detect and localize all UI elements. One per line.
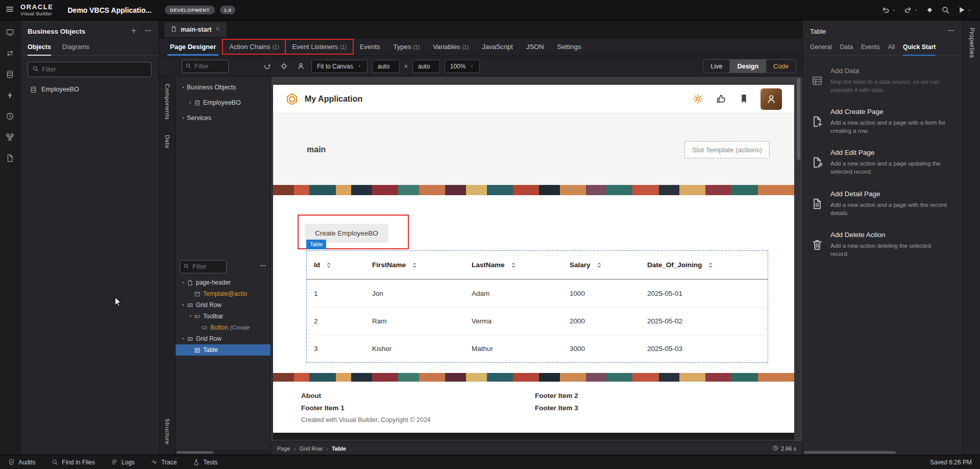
breadcrumb-item-table[interactable]: Table xyxy=(332,445,346,452)
thumbs-up-button[interactable] xyxy=(716,93,726,104)
column-header-salary[interactable]: Salary xyxy=(562,261,640,269)
rail-file-button[interactable] xyxy=(4,151,17,165)
column-header-lastname[interactable]: LastName xyxy=(464,261,562,269)
tab-main-start[interactable]: main-start xyxy=(164,22,227,37)
tree-node-business-objects[interactable]: Business Objects xyxy=(176,80,271,95)
structure-header xyxy=(176,256,271,277)
list-item-employeebo[interactable]: EmployeeBO xyxy=(20,82,159,97)
tab-variables[interactable]: Variables(1) xyxy=(426,38,475,56)
quickstart-add-data[interactable]: Add DataMap the table to a data source, … xyxy=(811,67,955,94)
close-tab-button[interactable] xyxy=(215,26,220,33)
tab-javascript[interactable]: JavaScript xyxy=(475,38,520,56)
mode-code[interactable]: Code xyxy=(766,60,796,73)
tab-page-designer[interactable]: Page Designer xyxy=(163,38,223,56)
quickstart-add-create-page[interactable]: Add Create PageAdd a new action and a pa… xyxy=(811,108,955,135)
properties-horizontal-scrollbar[interactable] xyxy=(803,450,963,455)
tree-node-button[interactable]: Button(Create xyxy=(176,322,271,333)
live-cursor-button[interactable] xyxy=(278,60,290,73)
tab-all[interactable]: All xyxy=(888,40,895,55)
tree-node-table[interactable]: Table xyxy=(176,344,271,356)
canvas-width-field[interactable] xyxy=(378,63,395,70)
rail-lightning-button[interactable] xyxy=(4,88,17,102)
tab-settings[interactable]: Settings xyxy=(551,38,588,56)
refresh-canvas-button[interactable] xyxy=(261,60,273,73)
tab-objects[interactable]: Objects xyxy=(28,40,51,55)
column-header-date-of-joining[interactable]: Date_Of_Joining xyxy=(640,261,768,269)
rail-flow-button[interactable] xyxy=(4,130,17,144)
tree-node-employeebo[interactable]: EmployeeBO xyxy=(176,95,271,110)
tab-general[interactable]: General xyxy=(810,40,832,55)
tab-data[interactable]: Data xyxy=(164,135,170,148)
undo-button[interactable] xyxy=(881,6,896,15)
diamond-button[interactable] xyxy=(925,6,934,14)
tab-structure[interactable]: Structure xyxy=(164,418,170,444)
employee-table[interactable]: IdFirstNameLastNameSalaryDate_Of_Joining… xyxy=(306,250,768,363)
structure-menu-button[interactable] xyxy=(259,262,266,271)
components-filter-input[interactable] xyxy=(194,63,225,70)
redo-button[interactable] xyxy=(903,6,918,15)
canvas-vertical-scrollbar[interactable] xyxy=(796,78,801,440)
statusbar-audits[interactable]: Audits xyxy=(8,459,35,466)
tab-components[interactable]: Components xyxy=(164,84,170,120)
tab-event-listeners[interactable]: Event Listeners(1) xyxy=(285,38,353,56)
rail-swap-button[interactable] xyxy=(4,46,17,60)
avatar[interactable] xyxy=(761,88,782,110)
gear-button[interactable] xyxy=(693,93,703,104)
table-row[interactable]: 2RamVerma20002025-05-02 xyxy=(307,307,768,335)
tree-node-toolbar[interactable]: Toolbar xyxy=(176,311,271,322)
rail-monitor-button[interactable] xyxy=(4,26,17,39)
tree-node-template-actio[interactable]: Template@actio xyxy=(176,288,271,299)
rail-database-button[interactable] xyxy=(4,67,17,81)
tree-node-services[interactable]: Services xyxy=(176,110,271,126)
tab-types[interactable]: Types(1) xyxy=(387,38,427,56)
tab-diagrams[interactable]: Diagrams xyxy=(62,40,90,55)
tree-node-grid-row[interactable]: Grid Row xyxy=(176,299,271,311)
bookmark-button[interactable] xyxy=(739,93,749,104)
fit-to-canvas-dropdown[interactable]: Fit to Canvas xyxy=(311,60,368,73)
mode-live[interactable]: Live xyxy=(703,60,729,73)
search-icon xyxy=(941,6,950,14)
tab-events[interactable]: Events xyxy=(353,38,387,56)
quickstart-add-detail-page[interactable]: Add Detail PageAdd a new action and a pa… xyxy=(811,190,955,217)
footer-link-footer-item-1[interactable]: Footer Item 1 xyxy=(301,404,345,412)
breadcrumb-item-grid-row[interactable]: Grid Row xyxy=(299,445,323,452)
column-header-id[interactable]: Id xyxy=(307,261,365,269)
properties-menu-button[interactable] xyxy=(947,27,954,36)
breadcrumb-item-page[interactable]: Page xyxy=(277,445,290,452)
tab-properties[interactable]: Properties xyxy=(968,28,975,455)
column-header-firstname[interactable]: FirstName xyxy=(365,261,464,269)
quickstart-add-delete-action[interactable]: Add Delete ActionAdd a new action deleti… xyxy=(811,231,955,258)
table-row[interactable]: 1JonAdam10002025-05-01 xyxy=(307,279,768,307)
tab-data[interactable]: Data xyxy=(840,40,853,55)
play-button[interactable] xyxy=(957,6,972,15)
tab-json[interactable]: JSON xyxy=(520,38,551,56)
tab-action-chains[interactable]: Action Chains(1) xyxy=(223,38,285,56)
structure-horizontal-scrollbar[interactable] xyxy=(176,450,271,455)
statusbar-find-in-files[interactable]: Find in Files xyxy=(52,459,95,466)
search-button[interactable] xyxy=(941,6,950,14)
tab-events[interactable]: Events xyxy=(861,40,880,55)
structure-filter-input[interactable] xyxy=(192,263,223,270)
objects-filter-input[interactable] xyxy=(42,66,147,73)
statusbar-trace[interactable]: Trace xyxy=(151,459,177,466)
zoom-dropdown[interactable]: 100% xyxy=(445,60,480,73)
footer-link-footer-item-2[interactable]: Footer Item 2 xyxy=(535,392,578,400)
canvas-height-field[interactable] xyxy=(418,63,435,70)
statusbar-tests[interactable]: Tests xyxy=(193,459,217,466)
statusbar-logs[interactable]: Logs xyxy=(111,459,135,466)
quickstart-add-edit-page[interactable]: Add Edit PageAdd a new action and a page… xyxy=(811,149,955,176)
canvas-width-input xyxy=(372,60,400,73)
add-object-button[interactable] xyxy=(130,27,137,36)
user-context-button[interactable] xyxy=(295,60,307,73)
panel-menu-button[interactable] xyxy=(144,27,152,36)
tree-node-page-header[interactable]: page-header xyxy=(176,277,271,288)
table-row[interactable]: 3KishorMathur30002025-05-03 xyxy=(307,335,768,362)
mode-design[interactable]: Design xyxy=(729,60,766,73)
tab-quick-start[interactable]: Quick Start xyxy=(903,40,936,55)
tree-node-grid-row[interactable]: Grid Row xyxy=(176,333,271,344)
rail-clock-button[interactable] xyxy=(4,109,17,123)
footer-link-footer-item-3[interactable]: Footer Item 3 xyxy=(535,404,578,412)
hamburger-menu-button[interactable] xyxy=(5,5,14,16)
footer-link-about[interactable]: About xyxy=(301,392,321,400)
slot-template-placeholder[interactable]: Slot Template (actions) xyxy=(684,141,770,158)
